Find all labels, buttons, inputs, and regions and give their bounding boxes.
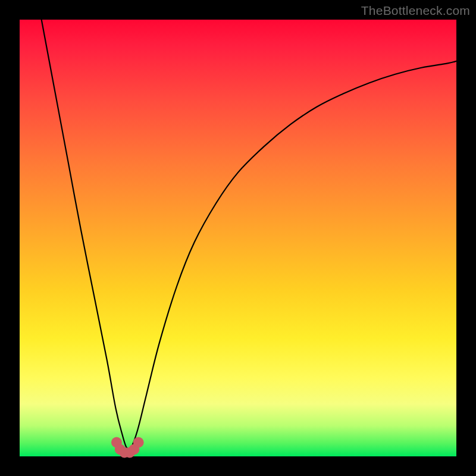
chart-frame: TheBottleneck.com <box>0 0 476 476</box>
bottom-marker-cluster <box>111 437 144 458</box>
marker-dot <box>133 437 144 448</box>
chart-svg <box>20 20 456 456</box>
watermark-text: TheBottleneck.com <box>361 4 470 18</box>
bottleneck-curve <box>42 20 456 450</box>
chart-plot-area <box>20 20 456 456</box>
